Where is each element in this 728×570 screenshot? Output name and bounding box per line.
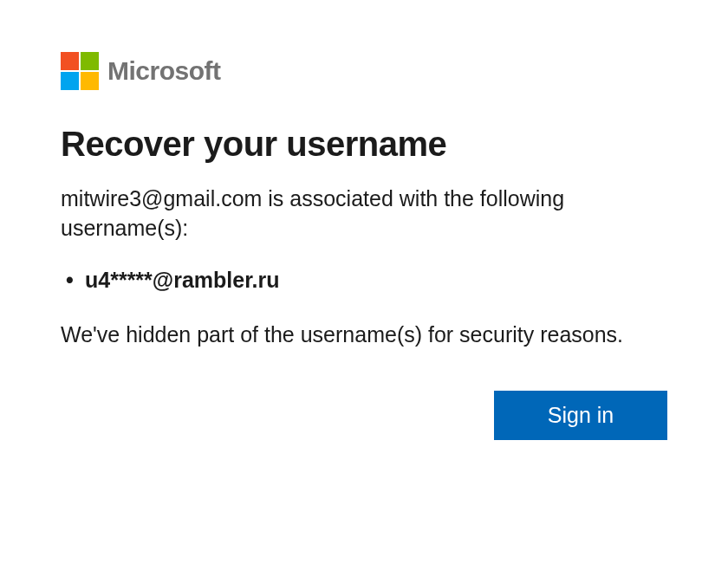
list-item: u4*****@rambler.ru (85, 268, 667, 293)
microsoft-logo-icon (61, 52, 99, 90)
username-list: u4*****@rambler.ru (61, 268, 667, 293)
page-title: Recover your username (61, 125, 667, 164)
action-row: Sign in (61, 391, 667, 440)
brand-header: Microsoft (61, 52, 667, 90)
brand-name: Microsoft (107, 56, 221, 86)
sign-in-button[interactable]: Sign in (494, 391, 667, 440)
security-note: We've hidden part of the username(s) for… (61, 321, 667, 350)
intro-text: mitwire3@gmail.com is associated with th… (61, 185, 667, 243)
